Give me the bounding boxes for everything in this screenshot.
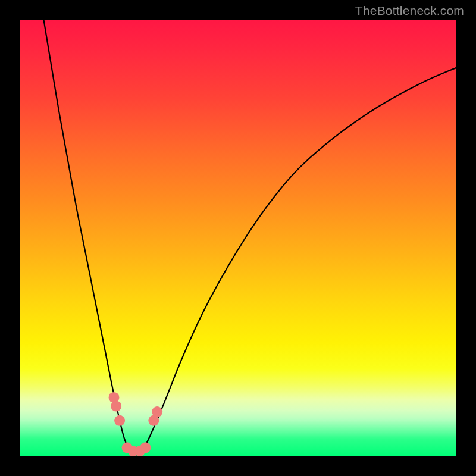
valley-floor-4 [140,442,151,453]
plot-area [20,20,456,456]
bottleneck-curve [43,20,456,456]
left-cluster-upper-2 [111,401,121,412]
watermark-text: TheBottleneck.com [355,4,464,18]
right-cluster-upper-2 [152,406,162,417]
curve-svg [20,20,456,456]
left-cluster-upper-3 [114,415,125,426]
data-points-group [109,392,163,456]
chart-frame: TheBottleneck.com [0,0,476,476]
